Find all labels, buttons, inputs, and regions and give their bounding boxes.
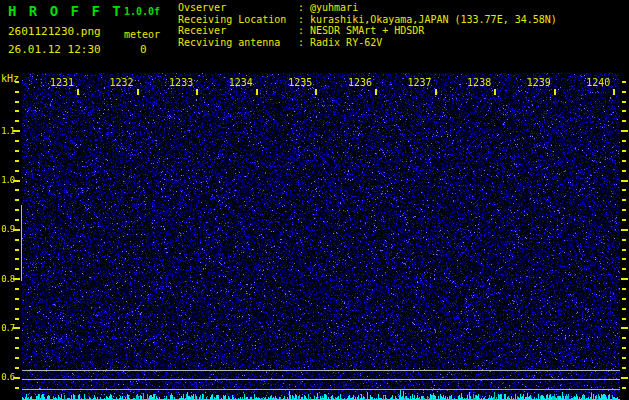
freq-tick xyxy=(15,91,19,93)
info-colon: : xyxy=(298,2,310,14)
freq-tick-right xyxy=(622,347,626,349)
freq-tick-right xyxy=(621,229,628,231)
freq-tick-right xyxy=(622,258,626,260)
freq-tick xyxy=(15,219,19,221)
freq-tick-right xyxy=(622,160,626,162)
info-colon: : xyxy=(298,25,310,37)
freq-tick xyxy=(15,101,19,103)
info-value: NESDR SMArt + HDSDR xyxy=(310,25,424,37)
freq-tick-right xyxy=(622,120,626,122)
freq-tick-right xyxy=(622,140,626,142)
freq-tick-label: 1.0 xyxy=(0,175,14,185)
info-value: kurashiki,Okayama,JAPAN (133.77E, 34.58N… xyxy=(310,14,557,26)
info-value: Radix RY-62V xyxy=(310,37,382,49)
freq-tick-right xyxy=(622,81,626,83)
freq-tick xyxy=(15,239,19,241)
info-row-antenna: Recviving antenna : Radix RY-62V xyxy=(178,37,557,49)
freq-tick-right xyxy=(622,387,626,389)
freq-tick-right xyxy=(622,110,626,112)
freq-tick-right xyxy=(621,278,628,280)
freq-tick-right xyxy=(622,318,626,320)
freq-tick xyxy=(15,209,19,211)
freq-tick-label: 0.9 xyxy=(0,224,14,234)
freq-axis-unit: kHz xyxy=(1,73,19,84)
freq-tick-label: 1.1 xyxy=(0,126,14,136)
freq-tick-right xyxy=(622,367,626,369)
freq-tick-right xyxy=(622,268,626,270)
freq-tick xyxy=(13,180,20,182)
output-filename: 2601121230.png xyxy=(8,25,101,38)
freq-tick xyxy=(15,160,19,162)
meteor-counter-label: meteor xyxy=(124,29,160,40)
freq-tick-right xyxy=(621,377,628,379)
freq-tick-label: 0.8 xyxy=(0,274,14,284)
db-scale-bar xyxy=(21,205,22,281)
freq-tick xyxy=(15,189,19,191)
info-label: Receiver xyxy=(178,25,298,37)
freq-tick-right xyxy=(622,288,626,290)
freq-tick-label: 0.7 xyxy=(0,323,14,333)
info-row-observer: Ovserver : @yuhmari xyxy=(178,2,557,14)
app-title: H R O F F T xyxy=(8,3,123,19)
freq-tick xyxy=(15,318,19,320)
info-colon: : xyxy=(298,14,310,26)
info-label: Receiving Location xyxy=(178,14,298,26)
freq-tick xyxy=(15,249,19,251)
freq-tick xyxy=(15,367,19,369)
freq-tick xyxy=(15,110,19,112)
freq-tick-right xyxy=(622,150,626,152)
freq-tick xyxy=(15,357,19,359)
freq-tick-right xyxy=(622,170,626,172)
freq-tick xyxy=(13,278,20,280)
freq-tick-right xyxy=(621,130,628,132)
info-value: @yuhmari xyxy=(310,2,358,14)
freq-tick xyxy=(15,298,19,300)
freq-tick xyxy=(15,308,19,310)
freq-tick-right xyxy=(622,357,626,359)
freq-tick xyxy=(15,170,19,172)
freq-tick xyxy=(15,347,19,349)
freq-tick-right xyxy=(622,199,626,201)
freq-tick xyxy=(15,150,19,152)
meteor-counter-value: 0 xyxy=(140,43,147,56)
freq-tick xyxy=(15,268,19,270)
freq-tick xyxy=(15,140,19,142)
station-info: Ovserver : @yuhmari Receiving Location :… xyxy=(178,2,557,49)
freq-tick-right xyxy=(622,101,626,103)
freq-tick-right xyxy=(622,189,626,191)
freq-tick-right xyxy=(622,298,626,300)
freq-tick-right xyxy=(622,249,626,251)
freq-tick-right xyxy=(622,91,626,93)
freq-tick xyxy=(13,377,20,379)
freq-tick-right xyxy=(622,308,626,310)
freq-tick xyxy=(15,337,19,339)
freq-tick xyxy=(15,199,19,201)
info-colon: : xyxy=(298,37,310,49)
info-label: Ovserver xyxy=(178,2,298,14)
freq-tick xyxy=(15,258,19,260)
freq-tick-right xyxy=(622,239,626,241)
hrofft-screen: H R O F F T 1.0.0f 2601121230.png 26.01.… xyxy=(0,0,629,400)
freq-tick xyxy=(13,130,20,132)
freq-tick-right xyxy=(622,209,626,211)
freq-tick xyxy=(15,120,19,122)
spectrogram-canvas xyxy=(22,73,620,400)
freq-tick-right xyxy=(622,337,626,339)
freq-tick-right xyxy=(621,180,628,182)
info-row-receiver: Receiver : NESDR SMArt + HDSDR xyxy=(178,25,557,37)
info-label: Recviving antenna xyxy=(178,37,298,49)
freq-tick xyxy=(13,327,20,329)
record-datetime: 26.01.12 12:30 xyxy=(8,43,101,56)
freq-tick xyxy=(15,288,19,290)
app-version: 1.0.0f xyxy=(124,6,160,17)
freq-tick-right xyxy=(621,327,628,329)
info-row-location: Receiving Location : kurashiki,Okayama,J… xyxy=(178,14,557,26)
freq-tick xyxy=(15,387,19,389)
freq-tick xyxy=(13,229,20,231)
freq-tick-label: 0.6 xyxy=(0,372,14,382)
freq-tick-right xyxy=(622,219,626,221)
